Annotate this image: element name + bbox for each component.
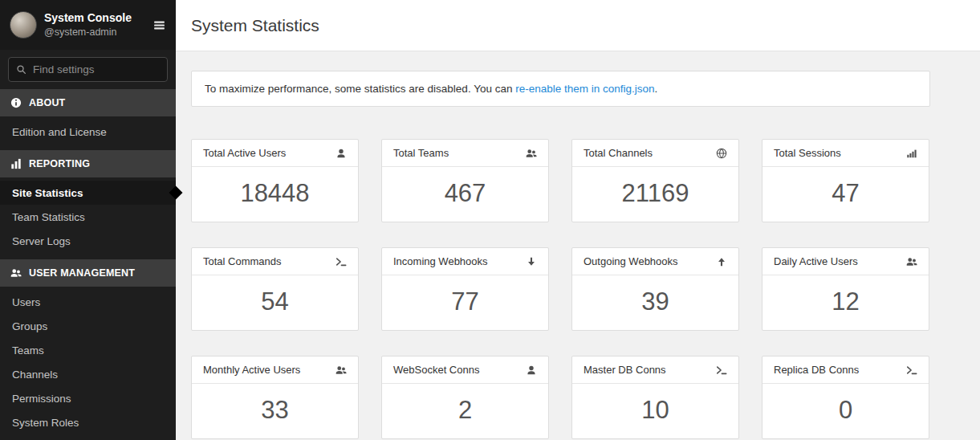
stat-label: Master DB Conns — [584, 364, 666, 376]
stat-label: Total Channels — [584, 147, 653, 159]
notice-text-suffix: . — [655, 83, 658, 95]
sidebar-item-teams[interactable]: Teams — [0, 338, 176, 362]
sidebar-item-channels[interactable]: Channels — [0, 362, 176, 386]
stat-value: 18448 — [192, 167, 358, 222]
stat-card-monthly-active-users: Monthly Active Users33 — [191, 356, 359, 439]
stat-label: Total Sessions — [774, 147, 841, 159]
stat-label: WebSocket Conns — [393, 364, 479, 376]
stat-value: 10 — [572, 384, 738, 438]
stat-label: Total Commands — [203, 255, 282, 267]
stat-label: Total Active Users — [203, 147, 286, 159]
stats-grid: Total Active Users18448Total Teams467Tot… — [191, 139, 965, 439]
sidebar-item-system-roles[interactable]: System Roles — [0, 410, 176, 434]
stat-value: 39 — [572, 275, 738, 330]
section-header-user-management: USER MANAGEMENT — [0, 259, 176, 287]
admin-username: @system-admin — [44, 26, 145, 39]
users-icon — [10, 267, 22, 279]
stat-card-header: Total Teams — [382, 140, 548, 167]
content-area: To maximize performance, some statistics… — [176, 51, 980, 440]
sidebar-item-server-logs[interactable]: Server Logs — [0, 229, 176, 253]
stat-card-header: Total Channels — [572, 140, 738, 167]
users-icon — [335, 365, 347, 376]
stat-card-outgoing-webhooks: Outgoing Webhooks39 — [571, 247, 739, 331]
arrow-up-icon — [716, 256, 727, 267]
config-json-link[interactable]: re-enable them in config.json — [515, 83, 654, 95]
arrow-down-icon — [526, 256, 537, 267]
notice-text: To maximize performance, some statistics… — [205, 83, 515, 95]
stat-label: Incoming Webhooks — [393, 255, 488, 267]
stat-label: Daily Active Users — [774, 255, 858, 267]
user-icon — [526, 365, 537, 376]
stat-card-header: Incoming Webhooks — [382, 248, 548, 275]
sidebar-nav: ABOUTEdition and LicenseREPORTINGSite St… — [0, 89, 176, 440]
stat-card-total-channels: Total Channels21169 — [571, 139, 739, 222]
stat-card-total-sessions: Total Sessions47 — [762, 139, 929, 222]
stat-label: Replica DB Conns — [774, 364, 859, 376]
stat-card-daily-active-users: Daily Active Users12 — [762, 247, 929, 331]
notice-banner: To maximize performance, some statistics… — [191, 71, 930, 107]
avatar[interactable] — [10, 11, 37, 39]
page-header: System Statistics — [176, 0, 980, 51]
section-header-reporting: REPORTING — [0, 150, 176, 177]
stat-value: 467 — [382, 167, 548, 222]
stat-card-header: Monthly Active Users — [192, 356, 358, 384]
user-icon — [335, 148, 347, 159]
stat-value: 21169 — [572, 167, 738, 222]
sidebar-header: System Console @system-admin — [0, 0, 176, 50]
page-title: System Statistics — [191, 16, 319, 35]
stat-card-total-active-users: Total Active Users18448 — [191, 139, 359, 222]
find-settings-input[interactable] — [33, 63, 160, 75]
stat-card-master-db-conns: Master DB Conns10 — [571, 356, 739, 439]
terminal-icon — [335, 256, 347, 267]
stat-card-header: Total Active Users — [192, 140, 358, 167]
bar-chart-icon — [10, 158, 22, 169]
console-title: System Console — [44, 10, 145, 26]
sidebar-item-users[interactable]: Users — [0, 290, 176, 314]
section-label: REPORTING — [29, 158, 90, 169]
users-icon — [906, 256, 917, 267]
stat-label: Monthly Active Users — [203, 364, 300, 376]
admin-sidebar: System Console @system-admin ABOUTEditio… — [0, 0, 176, 440]
stat-card-incoming-webhooks: Incoming Webhooks77 — [381, 247, 549, 331]
sidebar-item-team-statistics[interactable]: Team Statistics — [0, 205, 176, 229]
stat-value: 12 — [762, 275, 929, 330]
terminal-icon — [906, 365, 917, 376]
section-label: ABOUT — [29, 97, 65, 108]
stat-value: 77 — [382, 275, 548, 330]
stat-value: 2 — [382, 384, 548, 438]
stat-label: Total Teams — [393, 147, 449, 159]
stat-value: 47 — [762, 167, 929, 222]
stat-card-header: Replica DB Conns — [762, 356, 929, 384]
section-label: USER MANAGEMENT — [29, 267, 135, 279]
sidebar-item-site-statistics[interactable]: Site Statistics — [0, 181, 176, 205]
stat-card-header: Outgoing Webhooks — [572, 248, 738, 275]
sidebar-item-groups[interactable]: Groups — [0, 314, 176, 338]
stat-card-replica-db-conns: Replica DB Conns0 — [762, 356, 929, 439]
hamburger-menu-button[interactable] — [152, 18, 166, 32]
stat-value: 0 — [762, 384, 929, 438]
stat-card-total-teams: Total Teams467 — [381, 139, 549, 222]
signal-bars-icon — [906, 148, 917, 159]
globe-icon — [716, 148, 727, 159]
search-icon — [16, 64, 26, 75]
stat-value: 33 — [192, 384, 358, 438]
main-panel: System Statistics To maximize performanc… — [176, 0, 980, 440]
stat-card-websocket-conns: WebSocket Conns2 — [381, 356, 549, 439]
info-icon — [10, 97, 22, 108]
stat-card-header: WebSocket Conns — [382, 356, 548, 384]
settings-search-box — [8, 57, 168, 82]
search-wrap — [0, 50, 176, 89]
stat-card-header: Total Sessions — [762, 140, 929, 167]
sidebar-item-edition-and-license[interactable]: Edition and License — [0, 120, 176, 144]
section-header-about: ABOUT — [0, 89, 176, 116]
sidebar-titles: System Console @system-admin — [44, 10, 145, 39]
users-icon — [526, 148, 537, 159]
terminal-icon — [716, 365, 727, 376]
stat-card-header: Master DB Conns — [572, 356, 738, 384]
stat-label: Outgoing Webhooks — [584, 255, 678, 267]
sidebar-item-permissions[interactable]: Permissions — [0, 386, 176, 410]
stat-card-header: Total Commands — [192, 248, 358, 275]
hamburger-menu-icon — [152, 18, 166, 32]
stat-card-header: Daily Active Users — [762, 248, 929, 275]
stat-card-total-commands: Total Commands54 — [191, 247, 359, 331]
